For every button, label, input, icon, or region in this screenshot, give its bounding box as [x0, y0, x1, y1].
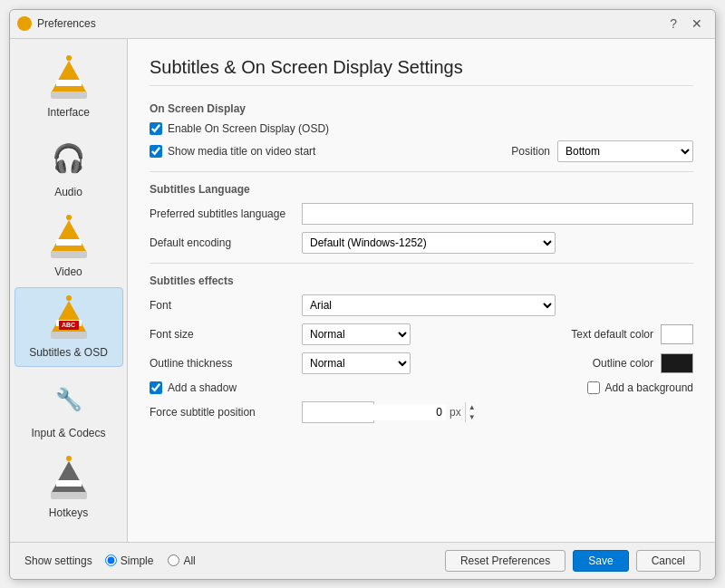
- osd-section-header: On Screen Display: [150, 102, 693, 115]
- font-select[interactable]: Arial Calibri Times New Roman Courier Ne…: [302, 294, 556, 316]
- text-color-label: Text default color: [545, 328, 653, 341]
- sidebar-item-hotkeys[interactable]: Hotkeys: [14, 448, 123, 526]
- font-label: Font: [150, 299, 295, 312]
- outline-row: Outline thickness Normal None Thin Thick…: [150, 352, 693, 374]
- footer-buttons: Reset Preferences Save Cancel: [445, 550, 701, 572]
- sidebar-item-input[interactable]: 🔧 Input & Codecs: [14, 369, 123, 447]
- enable-osd-label: Enable On Screen Display (OSD): [168, 122, 329, 135]
- titlebar-buttons: ? ✕: [664, 17, 708, 30]
- audio-icon: 🎧: [47, 135, 91, 182]
- show-settings-group: Show settings Simple All: [24, 554, 445, 567]
- hotkeys-icon: [47, 456, 91, 503]
- effects-section-header: Subtitles effects: [150, 275, 693, 287]
- shadow-background-row: Add a shadow Add a background: [150, 381, 693, 394]
- sidebar-label-input: Input & Codecs: [31, 427, 105, 439]
- all-radio-label[interactable]: All: [168, 554, 198, 567]
- outline-select[interactable]: Normal None Thin Thick: [302, 352, 411, 374]
- enable-osd-checkbox[interactable]: [150, 122, 162, 135]
- preferred-lang-input[interactable]: [302, 203, 693, 225]
- simple-radio-label[interactable]: Simple: [105, 554, 158, 567]
- preferred-lang-label: Preferred subtitles language: [150, 207, 295, 220]
- outline-color-box[interactable]: [661, 353, 693, 373]
- close-button[interactable]: ✕: [686, 17, 708, 30]
- interface-icon: [47, 55, 91, 102]
- help-button[interactable]: ?: [664, 17, 682, 30]
- font-size-select[interactable]: Normal Small Large Very Large: [302, 323, 411, 345]
- sidebar-item-video[interactable]: Video: [14, 207, 123, 285]
- encoding-label: Default encoding: [150, 236, 295, 249]
- preferences-window: Preferences ? ✕ Interface 🎧 Audio: [9, 9, 716, 580]
- encoding-row: Default encoding Default (Windows-1252) …: [150, 232, 693, 254]
- window-title: Preferences: [37, 17, 664, 30]
- app-icon: [17, 16, 32, 31]
- sidebar-item-audio[interactable]: 🎧 Audio: [14, 128, 123, 206]
- outline-color-label: Outline color: [545, 357, 653, 370]
- sidebar-label-interface: Interface: [47, 106, 90, 119]
- force-position-row: Force subtitle position px ▲ ▼: [150, 401, 693, 423]
- sidebar-label-video: Video: [54, 265, 82, 278]
- encoding-select[interactable]: Default (Windows-1252) UTF-8 UTF-16 ISO-…: [302, 232, 556, 254]
- divider-1: [150, 171, 693, 172]
- sidebar-label-hotkeys: Hotkeys: [49, 506, 88, 519]
- show-title-label: Show media title on video start: [168, 145, 315, 158]
- show-settings-label: Show settings: [24, 554, 92, 567]
- all-radio[interactable]: [168, 554, 179, 566]
- reset-button[interactable]: Reset Preferences: [445, 550, 566, 572]
- save-button[interactable]: Save: [573, 550, 628, 572]
- cancel-button[interactable]: Cancel: [636, 550, 701, 572]
- position-label: Position: [496, 145, 550, 158]
- divider-2: [150, 263, 693, 264]
- subtitles-icon: ABC: [47, 295, 91, 342]
- sidebar-label-audio: Audio: [54, 186, 82, 198]
- sidebar-item-interface[interactable]: Interface: [14, 48, 123, 126]
- titlebar: Preferences ? ✕: [10, 10, 715, 39]
- footer: Show settings Simple All Reset Preferenc…: [10, 542, 715, 579]
- text-color-box[interactable]: [661, 324, 693, 344]
- px-label: px: [446, 406, 465, 419]
- add-background-checkbox[interactable]: [587, 381, 600, 394]
- simple-radio[interactable]: [105, 554, 117, 566]
- window-content: Interface 🎧 Audio Video: [10, 39, 715, 542]
- preferred-lang-row: Preferred subtitles language: [150, 203, 693, 225]
- spin-up-button[interactable]: ▲: [466, 402, 478, 412]
- font-size-row: Font size Normal Small Large Very Large …: [150, 323, 693, 345]
- font-row: Font Arial Calibri Times New Roman Couri…: [150, 294, 693, 316]
- position-select[interactable]: Bottom Top Left Right Center: [557, 140, 693, 162]
- add-shadow-label: Add a shadow: [168, 381, 237, 394]
- input-icon: 🔧: [47, 376, 91, 423]
- font-size-label: Font size: [150, 328, 295, 341]
- show-title-checkbox[interactable]: [150, 145, 162, 158]
- lang-section-header: Subtitles Language: [150, 183, 693, 196]
- spin-down-button[interactable]: ▼: [466, 412, 478, 422]
- video-icon: [47, 215, 91, 262]
- sidebar-label-subtitles: Subtitles & OSD: [29, 346, 108, 359]
- enable-osd-row: Enable On Screen Display (OSD): [150, 122, 693, 135]
- outline-label: Outline thickness: [150, 357, 295, 370]
- page-title: Subtitles & On Screen Display Settings: [150, 57, 693, 86]
- force-position-spin: px ▲ ▼: [302, 401, 374, 423]
- force-position-label: Force subtitle position: [150, 406, 295, 419]
- add-shadow-checkbox[interactable]: [150, 381, 162, 394]
- sidebar: Interface 🎧 Audio Video: [10, 39, 128, 542]
- add-background-label: Add a background: [605, 381, 693, 394]
- radio-group: Simple All: [105, 554, 199, 567]
- force-position-input[interactable]: [303, 404, 446, 420]
- show-title-row: Show media title on video start Position…: [150, 140, 693, 162]
- main-panel: Subtitles & On Screen Display Settings O…: [128, 39, 715, 542]
- sidebar-item-subtitles[interactable]: ABC Subtitles & OSD: [14, 287, 123, 367]
